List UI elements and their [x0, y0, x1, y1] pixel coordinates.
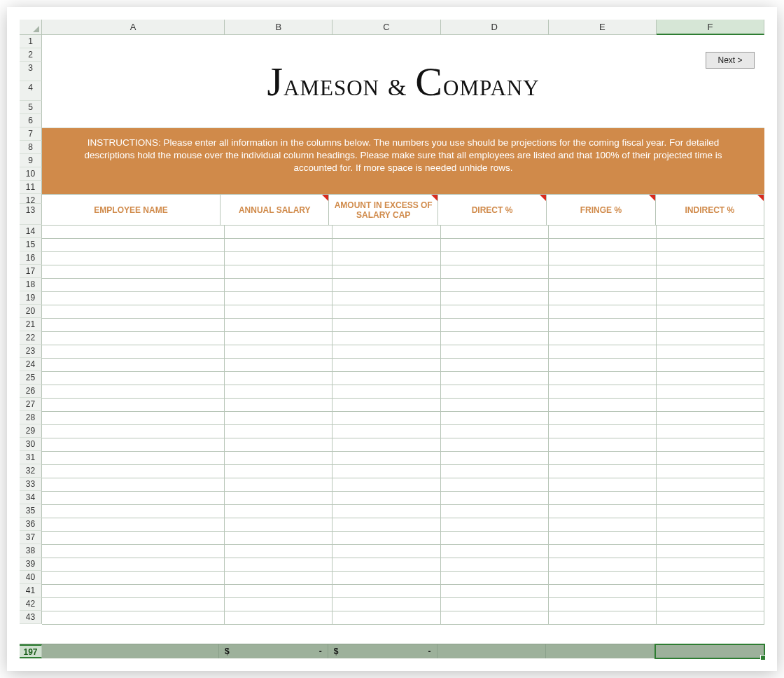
cell[interactable] — [332, 598, 440, 611]
cell[interactable] — [332, 372, 440, 385]
cell[interactable] — [441, 452, 549, 465]
row-header[interactable]: 24 — [20, 358, 42, 371]
totals-cell[interactable] — [438, 644, 547, 658]
cell[interactable] — [225, 465, 332, 478]
cell[interactable] — [332, 611, 440, 625]
cell[interactable] — [441, 438, 549, 452]
cell[interactable] — [42, 385, 225, 399]
cell[interactable] — [42, 279, 225, 292]
cell[interactable] — [657, 585, 764, 598]
row-header[interactable]: 19 — [20, 291, 42, 305]
cell[interactable] — [42, 399, 225, 412]
row-header[interactable]: 27 — [20, 398, 42, 411]
next-button[interactable]: Next > — [706, 52, 755, 69]
cell[interactable] — [332, 385, 440, 399]
cell[interactable] — [42, 305, 225, 319]
cell[interactable] — [657, 492, 764, 505]
cell[interactable] — [225, 598, 332, 611]
table-header-cell[interactable]: INDIRECT % — [656, 195, 764, 225]
table-header-cell[interactable]: ANNUAL SALARY — [220, 195, 329, 225]
cell[interactable] — [441, 252, 549, 265]
cell[interactable] — [441, 545, 549, 558]
cell[interactable] — [332, 425, 440, 438]
cell[interactable] — [42, 359, 225, 372]
cell[interactable] — [657, 412, 764, 425]
row-header[interactable]: 32 — [20, 464, 42, 478]
cell[interactable] — [225, 572, 332, 585]
totals-cell[interactable] — [42, 644, 219, 658]
cell[interactable] — [225, 425, 332, 438]
cell[interactable] — [42, 518, 225, 532]
cell[interactable] — [225, 611, 332, 625]
cell[interactable] — [441, 598, 549, 611]
cell[interactable] — [225, 252, 332, 265]
cell[interactable] — [225, 226, 332, 239]
row-header[interactable]: 15 — [20, 238, 42, 251]
cell[interactable] — [657, 452, 764, 465]
cell[interactable] — [42, 252, 225, 265]
cell[interactable] — [441, 399, 549, 412]
cell[interactable] — [441, 412, 549, 425]
cell[interactable] — [657, 372, 764, 385]
cell[interactable] — [657, 598, 764, 611]
row-header[interactable]: 26 — [20, 385, 42, 398]
cell[interactable] — [657, 292, 764, 305]
cell[interactable] — [441, 226, 549, 239]
row-header[interactable]: 31 — [20, 451, 42, 464]
data-grid[interactable] — [42, 226, 764, 644]
cell[interactable] — [42, 585, 225, 598]
cell[interactable] — [225, 545, 332, 558]
cell[interactable] — [225, 279, 332, 292]
cell[interactable] — [332, 239, 440, 252]
cell[interactable] — [441, 332, 549, 345]
cell[interactable] — [549, 518, 657, 532]
cell[interactable] — [441, 558, 549, 572]
column-header-F[interactable]: F — [657, 20, 764, 35]
cell[interactable] — [42, 465, 225, 478]
cell[interactable] — [657, 279, 764, 292]
cell[interactable] — [332, 265, 440, 279]
cell[interactable] — [332, 465, 440, 478]
cell[interactable] — [657, 226, 764, 239]
row-header[interactable]: 36 — [20, 518, 42, 531]
cell[interactable] — [549, 558, 657, 572]
cell[interactable] — [332, 399, 440, 412]
cell[interactable] — [549, 372, 657, 385]
row-header[interactable]: 40 — [20, 571, 42, 584]
totals-cell[interactable]: $- — [219, 644, 328, 658]
cell[interactable] — [332, 558, 440, 572]
cell[interactable] — [332, 585, 440, 598]
cell[interactable] — [42, 598, 225, 611]
cell[interactable] — [441, 532, 549, 545]
cell[interactable] — [549, 279, 657, 292]
cell[interactable] — [332, 545, 440, 558]
cell[interactable] — [332, 478, 440, 492]
cell[interactable] — [42, 558, 225, 572]
cell[interactable] — [42, 425, 225, 438]
cell[interactable] — [657, 332, 764, 345]
cell[interactable] — [549, 319, 657, 332]
cell[interactable] — [225, 359, 332, 372]
cell[interactable] — [225, 532, 332, 545]
cell[interactable] — [42, 332, 225, 345]
row-header[interactable]: 34 — [20, 491, 42, 504]
row-header[interactable]: 23 — [20, 345, 42, 358]
cell[interactable] — [549, 438, 657, 452]
row-header[interactable]: 38 — [20, 544, 42, 558]
cell[interactable] — [441, 292, 549, 305]
row-header[interactable]: 28 — [20, 411, 42, 424]
cell[interactable] — [441, 478, 549, 492]
table-header-cell[interactable]: AMOUNT IN EXCESS OF SALARY CAP — [329, 195, 438, 225]
row-header[interactable]: 6 — [20, 114, 42, 127]
cell[interactable] — [657, 505, 764, 518]
cell[interactable] — [225, 319, 332, 332]
row-header-totals[interactable]: 197 — [20, 644, 42, 658]
row-header[interactable]: 20 — [20, 305, 42, 318]
row-header[interactable]: 17 — [20, 265, 42, 278]
active-cell[interactable] — [655, 644, 764, 658]
column-header-A[interactable]: A — [42, 20, 225, 35]
row-header[interactable]: 9 — [20, 154, 42, 167]
cell[interactable] — [332, 252, 440, 265]
cell[interactable] — [42, 492, 225, 505]
cell[interactable] — [332, 305, 440, 319]
